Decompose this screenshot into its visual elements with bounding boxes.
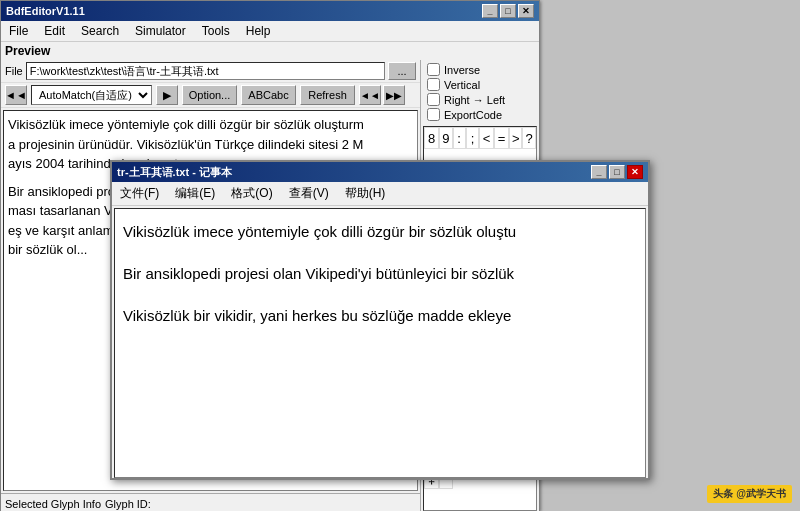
menu-edit[interactable]: Edit (40, 23, 69, 39)
notepad-menu-help[interactable]: 帮助(H) (341, 184, 390, 203)
vertical-checkbox-row: Vertical (427, 78, 533, 91)
notepad-menu-view[interactable]: 查看(V) (285, 184, 333, 203)
char-cell[interactable]: ? (522, 127, 536, 149)
menu-search[interactable]: Search (77, 23, 123, 39)
vertical-label: Vertical (444, 79, 480, 91)
char-cell[interactable]: : (453, 127, 466, 149)
char-cell[interactable]: 9 (439, 127, 452, 149)
nav-left-button[interactable]: ◄◄ (5, 85, 27, 105)
export-label: ExportCode (444, 109, 502, 121)
checkboxes-area: Inverse Vertical Right → Left ExportCode (421, 60, 539, 124)
browse-button[interactable]: ... (388, 62, 416, 80)
notepad-minimize[interactable]: _ (591, 165, 607, 179)
notepad-text-area: Vikisözlük imece yöntemiyle çok dilli öz… (114, 208, 646, 478)
notepad-line-5: Vikisözlük bir vikidir, yani herkes bu s… (123, 301, 637, 331)
preview-label: Preview (1, 42, 539, 60)
app-title: BdfEditorV1.11 (6, 5, 85, 17)
status-bar: Selected Glyph Info Glyph ID: (1, 493, 420, 511)
notepad-controls: _ □ ✕ (591, 165, 643, 179)
refresh-button[interactable]: Refresh (300, 85, 355, 105)
notepad-menu-edit[interactable]: 编辑(E) (171, 184, 219, 203)
char-cell[interactable]: 8 (424, 127, 439, 149)
status-text: Selected Glyph Info (5, 498, 101, 510)
preview-line-2: a projesinin ürünüdür. Vikisözlük'ün Tür… (8, 135, 413, 155)
abcabc-button[interactable]: ABCabc (241, 85, 296, 105)
inverse-label: Inverse (444, 64, 480, 76)
notepad-menu-file[interactable]: 文件(F) (116, 184, 163, 203)
notepad-line-3: Bir ansiklopedi projesi olan Vikipedi'yi… (123, 259, 637, 289)
notepad-maximize[interactable]: □ (609, 165, 625, 179)
menu-simulator[interactable]: Simulator (131, 23, 190, 39)
menu-file[interactable]: File (5, 23, 32, 39)
rtl-checkbox[interactable] (427, 93, 440, 106)
file-label: File (5, 65, 23, 77)
glyph-id-label: Glyph ID: (105, 498, 151, 510)
app-title-bar: BdfEditorV1.11 _ □ ✕ (1, 1, 539, 21)
watermark: 头条 @武学天书 (707, 485, 792, 503)
option-button[interactable]: Option... (182, 85, 237, 105)
close-button[interactable]: ✕ (518, 4, 534, 18)
preview-line-1: Vikisözlük imece yöntemiyle çok dilli öz… (8, 115, 413, 135)
vertical-checkbox[interactable] (427, 78, 440, 91)
controls-row: ◄◄ AutoMatch(自适应) ▶ Option... ABCabc Ref… (1, 83, 420, 108)
minimize-button[interactable]: _ (482, 4, 498, 18)
file-row: File ... (1, 60, 420, 83)
menu-help[interactable]: Help (242, 23, 275, 39)
char-cell[interactable]: = (494, 127, 509, 149)
maximize-button[interactable]: □ (500, 4, 516, 18)
nav-next-button[interactable]: ▶▶ (383, 85, 405, 105)
inverse-checkbox[interactable] (427, 63, 440, 76)
notepad-title-text: tr-土耳其语.txt - 记事本 (117, 165, 232, 180)
notepad-menu-format[interactable]: 格式(O) (227, 184, 276, 203)
menu-tools[interactable]: Tools (198, 23, 234, 39)
window-controls: _ □ ✕ (482, 4, 534, 18)
nav-right-button[interactable]: ▶ (156, 85, 178, 105)
nav-prev-button[interactable]: ◄◄ (359, 85, 381, 105)
notepad-close[interactable]: ✕ (627, 165, 643, 179)
file-path-input[interactable] (26, 62, 385, 80)
char-cell[interactable]: < (479, 127, 494, 149)
automatch-select[interactable]: AutoMatch(自适应) (31, 85, 152, 105)
arrow-nav: ◄◄ ▶▶ (359, 85, 405, 105)
rtl-label: Right → Left (444, 94, 505, 106)
notepad-menu: 文件(F) 编辑(E) 格式(O) 查看(V) 帮助(H) (112, 182, 648, 206)
watermark-text: 头条 @武学天书 (713, 488, 786, 499)
char-cell[interactable]: > (509, 127, 522, 149)
notepad-window: tr-土耳其语.txt - 记事本 _ □ ✕ 文件(F) 编辑(E) 格式(O… (110, 160, 650, 480)
rtl-checkbox-row: Right → Left (427, 93, 533, 106)
export-checkbox[interactable] (427, 108, 440, 121)
notepad-title-bar: tr-土耳其语.txt - 记事本 _ □ ✕ (112, 162, 648, 182)
char-cell[interactable]: ; (466, 127, 479, 149)
menu-bar: File Edit Search Simulator Tools Help (1, 21, 539, 42)
inverse-checkbox-row: Inverse (427, 63, 533, 76)
export-checkbox-row: ExportCode (427, 108, 533, 121)
notepad-line-1: Vikisözlük imece yöntemiyle çok dilli öz… (123, 217, 637, 247)
